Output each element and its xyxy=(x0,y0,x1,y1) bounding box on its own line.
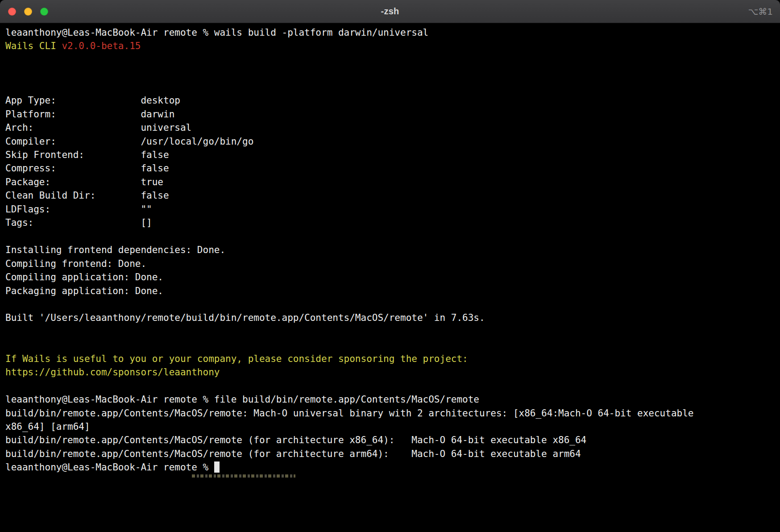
terminal-text-segment: leaanthony@Leas-MacBook-Air remote % xyxy=(5,462,214,473)
terminal-line: Platform: darwin xyxy=(5,108,775,121)
terminal-line: leaanthony@Leas-MacBook-Air remote % fil… xyxy=(5,393,775,406)
terminal-line: leaanthony@Leas-MacBook-Air remote % xyxy=(5,461,775,474)
terminal-text-segment: leaanthony@Leas-MacBook-Air remote % fil… xyxy=(5,394,479,405)
terminal-text-segment: Clean Build Dir: false xyxy=(5,190,169,201)
terminal-line xyxy=(5,338,775,352)
clipped-bottom-artifact xyxy=(192,474,295,478)
terminal-line: Compiling application: Done. xyxy=(5,270,775,284)
terminal-text-segment: Tags: [] xyxy=(5,217,152,228)
terminal-line: Compiling frontend: Done. xyxy=(5,257,775,270)
terminal-text-segment: Wails CLI xyxy=(5,41,62,51)
titlebar-shortcut: ⌥⌘1 xyxy=(748,0,773,23)
terminal-line xyxy=(5,53,775,66)
minimize-button[interactable] xyxy=(24,8,32,16)
terminal-text-segment: Installing frontend dependencies: Done. xyxy=(5,245,225,255)
terminal-text-segment: x86_64] [arm64] xyxy=(5,421,90,432)
terminal-line: Compiler: /usr/local/go/bin/go xyxy=(5,135,775,148)
terminal-line: build/bin/remote.app/Contents/MacOS/remo… xyxy=(5,433,775,447)
window-title: -zsh xyxy=(381,6,399,17)
terminal-text-segment: Compiling application: Done. xyxy=(5,272,163,283)
terminal-text-segment: build/bin/remote.app/Contents/MacOS/remo… xyxy=(5,435,586,445)
terminal-line: x86_64] [arm64] xyxy=(5,420,775,433)
terminal-line xyxy=(5,66,775,80)
terminal-text-segment: Package: true xyxy=(5,177,163,187)
terminal-line: build/bin/remote.app/Contents/MacOS/remo… xyxy=(5,447,775,461)
terminal-text-segment: Compiling frontend: Done. xyxy=(5,258,146,269)
terminal-line: Package: true xyxy=(5,175,775,189)
terminal-line xyxy=(5,298,775,311)
terminal-text-segment: LDFlags: "" xyxy=(5,204,152,215)
terminal-text-segment: Packaging application: Done. xyxy=(5,286,163,296)
terminal-line: Arch: universal xyxy=(5,121,775,134)
terminal-line: Wails CLI v2.0.0-beta.15 xyxy=(5,39,775,53)
terminal-line: Clean Build Dir: false xyxy=(5,189,775,202)
terminal-line: leaanthony@Leas-MacBook-Air remote % wai… xyxy=(5,26,775,39)
terminal-line: LDFlags: "" xyxy=(5,203,775,216)
terminal-line xyxy=(5,325,775,338)
terminal-line: App Type: desktop xyxy=(5,94,775,107)
zoom-button[interactable] xyxy=(40,8,48,16)
close-button[interactable] xyxy=(8,8,16,16)
terminal-text-segment: v2.0.0-beta.15 xyxy=(62,41,141,51)
terminal-line: Built '/Users/leaanthony/remote/build/bi… xyxy=(5,311,775,324)
terminal-window: -zsh ⌥⌘1 leaanthony@Leas-MacBook-Air rem… xyxy=(0,0,780,532)
terminal-line xyxy=(5,80,775,94)
terminal-text-segment: https://github.com/sponsors/leaanthony xyxy=(5,367,220,378)
terminal-line: Compress: false xyxy=(5,162,775,175)
terminal-line: https://github.com/sponsors/leaanthony xyxy=(5,366,775,379)
terminal-text-segment: Built '/Users/leaanthony/remote/build/bi… xyxy=(5,312,485,323)
terminal-text-segment: Skip Frontend: false xyxy=(5,150,169,160)
terminal-text-segment: build/bin/remote.app/Contents/MacOS/remo… xyxy=(5,449,581,459)
terminal-text-segment: leaanthony@Leas-MacBook-Air remote % wai… xyxy=(5,27,428,38)
terminal-line: Tags: [] xyxy=(5,216,775,229)
terminal-cursor xyxy=(214,461,220,473)
terminal-output[interactable]: leaanthony@Leas-MacBook-Air remote % wai… xyxy=(0,23,780,474)
terminal-line: Skip Frontend: false xyxy=(5,148,775,162)
traffic-lights xyxy=(8,8,48,16)
terminal-line xyxy=(5,230,775,243)
titlebar[interactable]: -zsh ⌥⌘1 xyxy=(0,0,780,23)
terminal-line: build/bin/remote.app/Contents/MacOS/remo… xyxy=(5,407,775,420)
terminal-line xyxy=(5,379,775,393)
terminal-line: If Wails is useful to you or your compan… xyxy=(5,352,775,366)
terminal-text-segment: build/bin/remote.app/Contents/MacOS/remo… xyxy=(5,408,693,419)
terminal-text-segment: Compress: false xyxy=(5,163,169,174)
terminal-text-segment: Arch: universal xyxy=(5,122,191,133)
terminal-text-segment: Platform: darwin xyxy=(5,109,174,120)
terminal-line: Installing frontend dependencies: Done. xyxy=(5,243,775,257)
terminal-text-segment: Compiler: /usr/local/go/bin/go xyxy=(5,136,253,147)
terminal-text-segment: If Wails is useful to you or your compan… xyxy=(5,353,468,364)
terminal-text-segment: App Type: desktop xyxy=(5,95,180,106)
terminal-line: Packaging application: Done. xyxy=(5,284,775,298)
